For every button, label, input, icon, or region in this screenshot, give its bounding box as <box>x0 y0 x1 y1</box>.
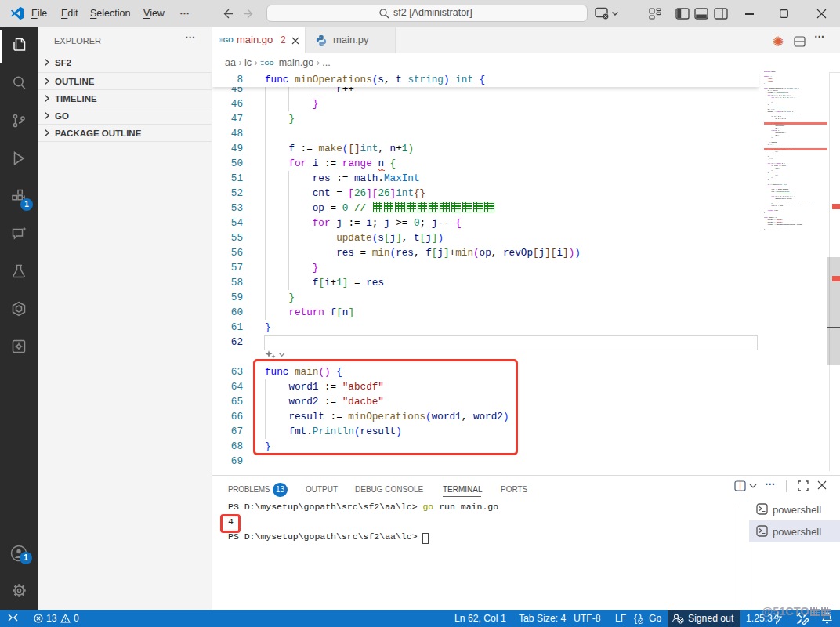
svg-text:GO: GO <box>265 60 274 67</box>
svg-text:GO: GO <box>223 36 234 44</box>
